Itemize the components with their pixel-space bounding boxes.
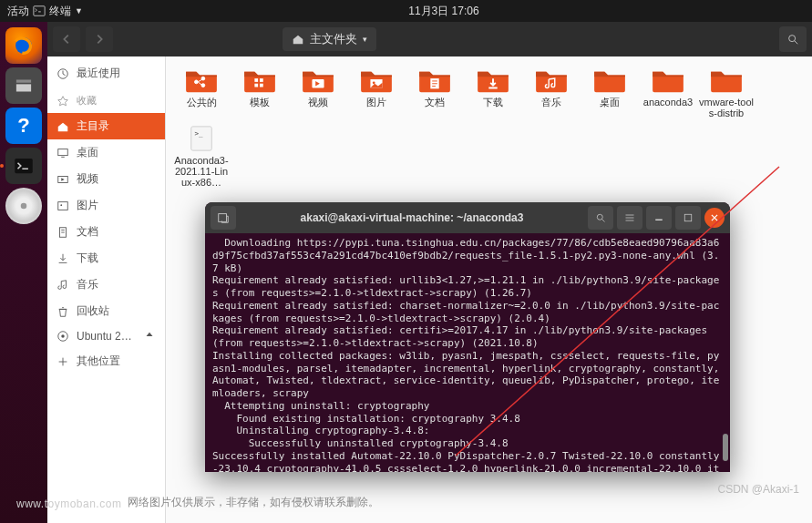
plus-icon xyxy=(57,355,69,368)
svg-rect-18 xyxy=(260,84,263,87)
svg-rect-10 xyxy=(58,201,68,210)
star-icon xyxy=(57,95,69,108)
file-item[interactable]: 桌面 xyxy=(581,66,638,118)
file-name-label: 桌面 xyxy=(600,97,620,108)
svg-rect-2 xyxy=(16,80,31,83)
nautilus-sidebar: 最近使用收藏主目录桌面视频图片文档下载音乐回收站Ubuntu 20.0…其他位置 xyxy=(47,56,166,523)
sidebar-item-star: 收藏 xyxy=(47,87,165,113)
doc-icon xyxy=(57,226,69,239)
sidebar-item-music[interactable]: 音乐 xyxy=(47,272,165,298)
app-name-label: 终端 xyxy=(49,4,71,19)
file-icon-graphic xyxy=(183,66,220,95)
terminal-scrollbar-thumb[interactable] xyxy=(723,434,728,462)
sidebar-item-doc[interactable]: 文档 xyxy=(47,219,165,245)
path-label: 主文件夹 xyxy=(310,31,357,47)
file-name-label: 模板 xyxy=(250,97,270,108)
desktop-icon xyxy=(57,147,69,159)
svg-rect-15 xyxy=(254,78,258,82)
dock-help[interactable]: ? xyxy=(5,108,42,144)
dock-firefox[interactable] xyxy=(5,27,42,64)
video-icon xyxy=(57,173,69,186)
svg-point-5 xyxy=(21,203,27,210)
svg-rect-3 xyxy=(16,84,31,91)
terminal-close-button[interactable] xyxy=(704,208,725,228)
app-menu-chevron[interactable]: ▼ xyxy=(75,6,83,15)
ubuntu-dock: ? xyxy=(0,22,47,523)
file-icon-graphic xyxy=(650,66,686,95)
svg-rect-4 xyxy=(15,159,33,173)
sidebar-item-label: 主目录 xyxy=(77,118,109,134)
sidebar-item-label: 下载 xyxy=(77,251,98,266)
terminal-maximize-button[interactable] xyxy=(675,206,701,230)
search-button[interactable] xyxy=(779,26,807,52)
sidebar-item-download[interactable]: 下载 xyxy=(47,245,165,272)
datetime-label[interactable]: 11月3日 17:06 xyxy=(83,4,805,19)
nav-back-button[interactable] xyxy=(53,26,80,52)
clock-icon xyxy=(57,67,69,80)
file-name-label: 下载 xyxy=(483,97,503,108)
watermark-csdn: CSDN @Akaxi-1 xyxy=(717,483,799,496)
file-item[interactable]: 视频 xyxy=(290,66,346,118)
file-name-label: 图片 xyxy=(366,97,386,108)
file-name-label: 文档 xyxy=(425,97,445,108)
terminal-new-tab-button[interactable] xyxy=(211,206,236,230)
sidebar-item-plus[interactable]: 其他位置 xyxy=(47,348,165,374)
terminal-titlebar[interactable]: akaxi@akaxi-virtual-machine: ~/anaconda3 xyxy=(205,202,730,233)
file-item[interactable]: 公共的 xyxy=(173,66,230,118)
home-icon xyxy=(292,33,304,46)
activities-button[interactable]: 活动 xyxy=(7,4,29,19)
sidebar-item-trash[interactable]: 回收站 xyxy=(47,298,165,324)
file-name-label: anaconda3 xyxy=(643,97,693,108)
sidebar-item-video[interactable]: 视频 xyxy=(47,166,165,192)
sidebar-item-desktop[interactable]: 桌面 xyxy=(47,139,165,166)
sidebar-item-home[interactable]: 主目录 xyxy=(47,113,165,139)
file-item[interactable]: 下载 xyxy=(465,66,521,118)
sidebar-item-label: 视频 xyxy=(77,171,98,187)
sidebar-item-label: 最近使用 xyxy=(77,66,120,81)
gnome-topbar: 活动 终端 ▼ 11月3日 17:06 xyxy=(0,0,812,22)
terminal-body[interactable]: Downloading https://pypi.tuna.tsinghua.e… xyxy=(205,233,730,472)
sidebar-item-label: 桌面 xyxy=(77,145,98,160)
file-item[interactable]: 模板 xyxy=(231,66,288,118)
file-item[interactable]: 文档 xyxy=(406,66,463,118)
terminal-app-icon xyxy=(33,5,46,17)
path-dropdown-icon: ▾ xyxy=(363,35,367,44)
dock-terminal[interactable] xyxy=(5,148,42,184)
file-item[interactable]: >_Anaconda3-2021.11-Linux-x86… xyxy=(173,124,230,188)
dock-dvd[interactable] xyxy=(5,188,42,224)
sidebar-item-label: 图片 xyxy=(77,198,98,213)
svg-point-6 xyxy=(789,36,796,42)
dock-files[interactable] xyxy=(5,67,42,104)
file-icon-graphic: >_ xyxy=(183,124,220,153)
trash-icon xyxy=(57,305,69,318)
terminal-search-button[interactable] xyxy=(588,206,613,230)
sidebar-item-label: 音乐 xyxy=(77,277,98,292)
file-icon-graphic xyxy=(416,66,453,95)
image-icon xyxy=(57,200,69,212)
sidebar-item-image[interactable]: 图片 xyxy=(47,192,165,219)
terminal-title: akaxi@akaxi-virtual-machine: ~/anaconda3 xyxy=(240,211,584,224)
terminal-menu-button[interactable] xyxy=(617,206,642,230)
home-icon xyxy=(57,120,69,133)
nav-forward-button[interactable] xyxy=(86,26,113,52)
path-bar[interactable]: 主文件夹 ▾ xyxy=(283,27,376,51)
file-item[interactable]: anaconda3 xyxy=(640,66,696,118)
file-name-label: 音乐 xyxy=(541,97,561,108)
file-name-label: vmware-tools-distrib xyxy=(698,97,755,118)
sidebar-item-clock[interactable]: 最近使用 xyxy=(47,60,165,87)
music-icon xyxy=(57,279,69,292)
sidebar-item-label: Ubuntu 20.0… xyxy=(77,330,136,343)
file-item[interactable]: 图片 xyxy=(348,66,405,118)
terminal-scrollbar[interactable] xyxy=(721,235,728,468)
file-item[interactable]: vmware-tools-distrib xyxy=(698,66,755,118)
sidebar-item-label: 其他位置 xyxy=(77,354,120,369)
file-item[interactable]: 音乐 xyxy=(523,66,580,118)
sidebar-item-disc[interactable]: Ubuntu 20.0… xyxy=(47,324,165,348)
terminal-minimize-button[interactable] xyxy=(646,206,672,230)
file-icon-graphic xyxy=(242,66,278,95)
sidebar-item-label: 文档 xyxy=(77,224,98,240)
file-icon-graphic xyxy=(591,66,628,95)
svg-point-26 xyxy=(597,214,602,220)
terminal-window: akaxi@akaxi-virtual-machine: ~/anaconda3… xyxy=(205,202,730,472)
eject-icon[interactable] xyxy=(143,330,156,343)
